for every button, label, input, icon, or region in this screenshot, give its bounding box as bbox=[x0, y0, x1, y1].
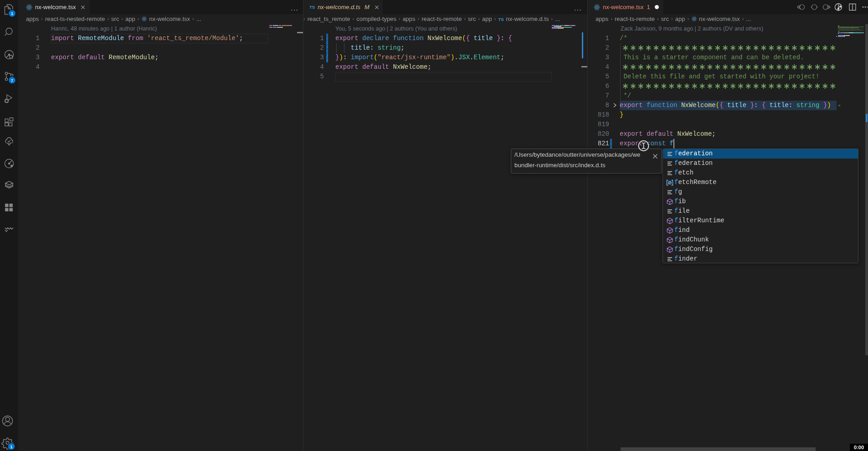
svg-text:7: 7 bbox=[11, 78, 13, 83]
svg-text:1: 1 bbox=[10, 445, 12, 449]
svg-text:1: 1 bbox=[11, 11, 13, 16]
